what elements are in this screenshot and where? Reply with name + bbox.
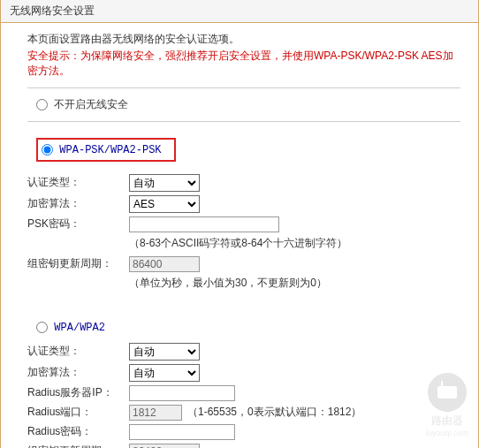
psk-cipher-select[interactable]: AES [129, 195, 200, 213]
radio-wpa-psk-row: WPA-PSK/WPA2-PSK [36, 138, 176, 162]
radius-port-row: Radius端口： （1-65535，0表示默认端口：1812） [27, 405, 460, 421]
radio-no-security-row: 不开启无线安全 [36, 97, 460, 112]
psk-groupkey-hint: （单位为秒，最小值为30，不更新则为0） [129, 276, 460, 291]
radius-ip-row: Radius服务器IP： [27, 385, 460, 401]
settings-panel: 无线网络安全设置 本页面设置路由器无线网络的安全认证选项。 安全提示：为保障网络… [0, 0, 479, 448]
radius-pw-input[interactable] [129, 424, 235, 440]
radius-port-input[interactable] [129, 405, 182, 421]
divider [27, 121, 460, 122]
psk-auth-type-select[interactable]: 自动 [129, 174, 200, 192]
wpa-cipher-select[interactable]: 自动 [129, 364, 200, 382]
radio-wpa-psk-label: WPA-PSK/WPA2-PSK [59, 144, 161, 156]
radio-wpa-label: WPA/WPA2 [54, 322, 105, 334]
divider [27, 87, 460, 88]
security-warning: 安全提示：为保障网络安全，强烈推荐开启安全设置，并使用WPA-PSK/WPA2-… [27, 49, 460, 79]
watermark-url: luyouqi.com [426, 429, 468, 437]
radio-no-security[interactable] [36, 99, 48, 110]
psk-auth-type-label: 认证类型： [27, 175, 129, 190]
psk-auth-type-row: 认证类型： 自动 [27, 174, 460, 192]
wpa-groupkey-label: 组密钥更新周期： [27, 444, 129, 448]
panel-content: 本页面设置路由器无线网络的安全认证选项。 安全提示：为保障网络安全，强烈推荐开启… [1, 23, 478, 448]
psk-cipher-label: 加密算法： [27, 196, 129, 211]
psk-password-label: PSK密码： [27, 216, 129, 232]
psk-cipher-row: 加密算法： AES [27, 195, 460, 213]
radius-ip-input[interactable] [129, 385, 235, 401]
panel-title: 无线网络安全设置 [1, 0, 478, 23]
router-icon [428, 373, 467, 412]
wpa-auth-type-select[interactable]: 自动 [129, 343, 200, 361]
watermark-text: 路由器 [426, 414, 468, 429]
intro-text: 本页面设置路由器无线网络的安全认证选项。 [27, 32, 460, 47]
radio-wpa-row: WPA/WPA2 [36, 321, 460, 334]
radio-no-security-label: 不开启无线安全 [54, 98, 128, 110]
radius-port-hint: （1-65535，0表示默认端口：1812） [187, 405, 361, 420]
watermark: 路由器 luyouqi.com [426, 373, 468, 437]
psk-groupkey-input[interactable] [129, 256, 200, 272]
radius-pw-row: Radius密码： [27, 424, 460, 440]
psk-groupkey-label: 组密钥更新周期： [27, 256, 129, 271]
psk-password-hint: （8-63个ASCII码字符或8-64个十六进制字符） [129, 236, 460, 251]
radius-port-label: Radius端口： [27, 405, 129, 420]
wpa-groupkey-input[interactable] [129, 444, 200, 448]
wpa-cipher-label: 加密算法： [27, 365, 129, 380]
wpa-cipher-row: 加密算法： 自动 [27, 364, 460, 382]
wpa-auth-type-row: 认证类型： 自动 [27, 343, 460, 361]
psk-password-row: PSK密码： [27, 216, 460, 232]
wpa-auth-type-label: 认证类型： [27, 344, 129, 359]
radio-wpa[interactable] [36, 322, 48, 333]
radio-wpa-psk[interactable] [42, 144, 53, 156]
radius-ip-label: Radius服务器IP： [27, 385, 129, 400]
radius-pw-label: Radius密码： [27, 424, 129, 439]
psk-password-input[interactable] [129, 216, 279, 232]
psk-groupkey-row: 组密钥更新周期： [27, 256, 460, 272]
wpa-groupkey-row: 组密钥更新周期： [27, 444, 460, 448]
